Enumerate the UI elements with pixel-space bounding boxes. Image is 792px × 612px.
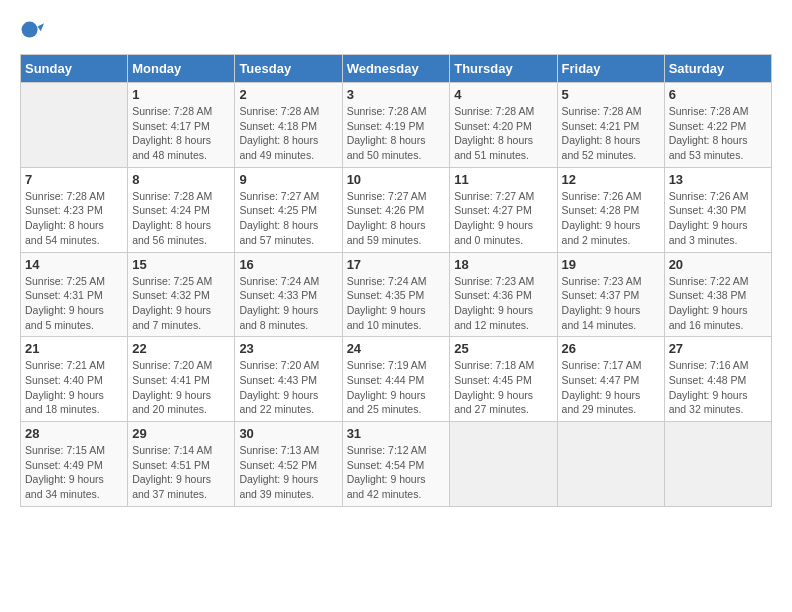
day-number: 9 [239, 172, 337, 187]
day-info: Sunrise: 7:24 AM Sunset: 4:33 PM Dayligh… [239, 274, 337, 333]
calendar-cell: 25Sunrise: 7:18 AM Sunset: 4:45 PM Dayli… [450, 337, 557, 422]
day-info: Sunrise: 7:26 AM Sunset: 4:30 PM Dayligh… [669, 189, 767, 248]
calendar-cell: 19Sunrise: 7:23 AM Sunset: 4:37 PM Dayli… [557, 252, 664, 337]
logo-icon [20, 20, 44, 44]
column-header-thursday: Thursday [450, 55, 557, 83]
calendar-cell: 3Sunrise: 7:28 AM Sunset: 4:19 PM Daylig… [342, 83, 450, 168]
day-info: Sunrise: 7:21 AM Sunset: 4:40 PM Dayligh… [25, 358, 123, 417]
day-info: Sunrise: 7:28 AM Sunset: 4:21 PM Dayligh… [562, 104, 660, 163]
day-number: 13 [669, 172, 767, 187]
calendar-cell: 27Sunrise: 7:16 AM Sunset: 4:48 PM Dayli… [664, 337, 771, 422]
calendar-cell: 28Sunrise: 7:15 AM Sunset: 4:49 PM Dayli… [21, 422, 128, 507]
calendar-week-2: 7Sunrise: 7:28 AM Sunset: 4:23 PM Daylig… [21, 167, 772, 252]
day-number: 19 [562, 257, 660, 272]
day-number: 15 [132, 257, 230, 272]
calendar-week-5: 28Sunrise: 7:15 AM Sunset: 4:49 PM Dayli… [21, 422, 772, 507]
day-number: 7 [25, 172, 123, 187]
calendar-cell: 14Sunrise: 7:25 AM Sunset: 4:31 PM Dayli… [21, 252, 128, 337]
calendar-cell: 5Sunrise: 7:28 AM Sunset: 4:21 PM Daylig… [557, 83, 664, 168]
day-info: Sunrise: 7:18 AM Sunset: 4:45 PM Dayligh… [454, 358, 552, 417]
day-number: 3 [347, 87, 446, 102]
day-info: Sunrise: 7:28 AM Sunset: 4:17 PM Dayligh… [132, 104, 230, 163]
calendar-cell: 18Sunrise: 7:23 AM Sunset: 4:36 PM Dayli… [450, 252, 557, 337]
day-info: Sunrise: 7:23 AM Sunset: 4:36 PM Dayligh… [454, 274, 552, 333]
day-number: 28 [25, 426, 123, 441]
calendar-week-4: 21Sunrise: 7:21 AM Sunset: 4:40 PM Dayli… [21, 337, 772, 422]
day-info: Sunrise: 7:28 AM Sunset: 4:24 PM Dayligh… [132, 189, 230, 248]
day-info: Sunrise: 7:27 AM Sunset: 4:27 PM Dayligh… [454, 189, 552, 248]
day-info: Sunrise: 7:25 AM Sunset: 4:32 PM Dayligh… [132, 274, 230, 333]
calendar-cell: 1Sunrise: 7:28 AM Sunset: 4:17 PM Daylig… [128, 83, 235, 168]
day-number: 5 [562, 87, 660, 102]
day-info: Sunrise: 7:28 AM Sunset: 4:23 PM Dayligh… [25, 189, 123, 248]
day-number: 21 [25, 341, 123, 356]
calendar-cell: 6Sunrise: 7:28 AM Sunset: 4:22 PM Daylig… [664, 83, 771, 168]
day-number: 1 [132, 87, 230, 102]
column-header-sunday: Sunday [21, 55, 128, 83]
calendar-cell: 13Sunrise: 7:26 AM Sunset: 4:30 PM Dayli… [664, 167, 771, 252]
calendar-cell: 22Sunrise: 7:20 AM Sunset: 4:41 PM Dayli… [128, 337, 235, 422]
calendar-cell: 24Sunrise: 7:19 AM Sunset: 4:44 PM Dayli… [342, 337, 450, 422]
day-info: Sunrise: 7:19 AM Sunset: 4:44 PM Dayligh… [347, 358, 446, 417]
calendar-cell: 12Sunrise: 7:26 AM Sunset: 4:28 PM Dayli… [557, 167, 664, 252]
day-number: 18 [454, 257, 552, 272]
day-number: 2 [239, 87, 337, 102]
calendar-cell: 7Sunrise: 7:28 AM Sunset: 4:23 PM Daylig… [21, 167, 128, 252]
calendar-cell [21, 83, 128, 168]
calendar-cell [664, 422, 771, 507]
day-info: Sunrise: 7:17 AM Sunset: 4:47 PM Dayligh… [562, 358, 660, 417]
calendar-cell: 26Sunrise: 7:17 AM Sunset: 4:47 PM Dayli… [557, 337, 664, 422]
day-info: Sunrise: 7:20 AM Sunset: 4:41 PM Dayligh… [132, 358, 230, 417]
day-number: 29 [132, 426, 230, 441]
day-info: Sunrise: 7:28 AM Sunset: 4:22 PM Dayligh… [669, 104, 767, 163]
column-header-tuesday: Tuesday [235, 55, 342, 83]
calendar-cell: 2Sunrise: 7:28 AM Sunset: 4:18 PM Daylig… [235, 83, 342, 168]
day-info: Sunrise: 7:15 AM Sunset: 4:49 PM Dayligh… [25, 443, 123, 502]
column-header-saturday: Saturday [664, 55, 771, 83]
svg-point-0 [22, 22, 38, 38]
day-info: Sunrise: 7:26 AM Sunset: 4:28 PM Dayligh… [562, 189, 660, 248]
day-number: 12 [562, 172, 660, 187]
day-info: Sunrise: 7:12 AM Sunset: 4:54 PM Dayligh… [347, 443, 446, 502]
calendar-cell [557, 422, 664, 507]
calendar-cell: 20Sunrise: 7:22 AM Sunset: 4:38 PM Dayli… [664, 252, 771, 337]
calendar-cell: 11Sunrise: 7:27 AM Sunset: 4:27 PM Dayli… [450, 167, 557, 252]
day-number: 20 [669, 257, 767, 272]
day-number: 17 [347, 257, 446, 272]
logo [20, 20, 48, 44]
day-info: Sunrise: 7:22 AM Sunset: 4:38 PM Dayligh… [669, 274, 767, 333]
calendar-cell: 4Sunrise: 7:28 AM Sunset: 4:20 PM Daylig… [450, 83, 557, 168]
calendar-cell: 29Sunrise: 7:14 AM Sunset: 4:51 PM Dayli… [128, 422, 235, 507]
day-number: 31 [347, 426, 446, 441]
day-info: Sunrise: 7:13 AM Sunset: 4:52 PM Dayligh… [239, 443, 337, 502]
calendar-cell: 31Sunrise: 7:12 AM Sunset: 4:54 PM Dayli… [342, 422, 450, 507]
day-info: Sunrise: 7:28 AM Sunset: 4:20 PM Dayligh… [454, 104, 552, 163]
calendar-cell: 23Sunrise: 7:20 AM Sunset: 4:43 PM Dayli… [235, 337, 342, 422]
day-number: 27 [669, 341, 767, 356]
day-number: 4 [454, 87, 552, 102]
day-number: 6 [669, 87, 767, 102]
column-header-friday: Friday [557, 55, 664, 83]
day-number: 24 [347, 341, 446, 356]
day-info: Sunrise: 7:25 AM Sunset: 4:31 PM Dayligh… [25, 274, 123, 333]
day-number: 11 [454, 172, 552, 187]
day-number: 8 [132, 172, 230, 187]
calendar-cell: 17Sunrise: 7:24 AM Sunset: 4:35 PM Dayli… [342, 252, 450, 337]
calendar-cell: 21Sunrise: 7:21 AM Sunset: 4:40 PM Dayli… [21, 337, 128, 422]
page-header [20, 20, 772, 44]
day-info: Sunrise: 7:27 AM Sunset: 4:25 PM Dayligh… [239, 189, 337, 248]
calendar-cell: 10Sunrise: 7:27 AM Sunset: 4:26 PM Dayli… [342, 167, 450, 252]
calendar-week-1: 1Sunrise: 7:28 AM Sunset: 4:17 PM Daylig… [21, 83, 772, 168]
calendar-table: SundayMondayTuesdayWednesdayThursdayFrid… [20, 54, 772, 507]
day-info: Sunrise: 7:23 AM Sunset: 4:37 PM Dayligh… [562, 274, 660, 333]
day-info: Sunrise: 7:14 AM Sunset: 4:51 PM Dayligh… [132, 443, 230, 502]
calendar-cell: 15Sunrise: 7:25 AM Sunset: 4:32 PM Dayli… [128, 252, 235, 337]
calendar-cell: 16Sunrise: 7:24 AM Sunset: 4:33 PM Dayli… [235, 252, 342, 337]
calendar-cell [450, 422, 557, 507]
calendar-cell: 30Sunrise: 7:13 AM Sunset: 4:52 PM Dayli… [235, 422, 342, 507]
day-number: 26 [562, 341, 660, 356]
day-number: 14 [25, 257, 123, 272]
day-number: 30 [239, 426, 337, 441]
calendar-week-3: 14Sunrise: 7:25 AM Sunset: 4:31 PM Dayli… [21, 252, 772, 337]
day-info: Sunrise: 7:16 AM Sunset: 4:48 PM Dayligh… [669, 358, 767, 417]
